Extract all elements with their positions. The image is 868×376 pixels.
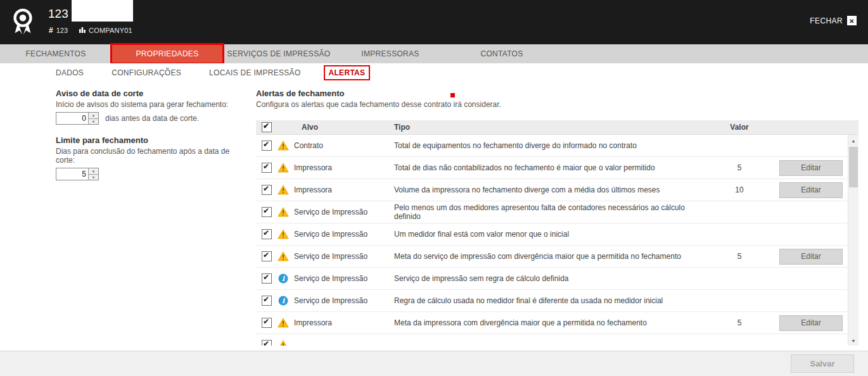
sub-tab[interactable]: DADOS [56,63,84,82]
row-checkbox[interactable] [262,318,272,328]
row-checkbox[interactable] [262,207,272,217]
limit-row [56,168,246,180]
spin-up-button[interactable] [89,113,98,119]
row-valor: 5 [705,163,774,172]
table-body: Contrato Total de equipamentos no fecham… [256,135,848,346]
scroll-up-button[interactable] [848,135,858,146]
main-tabs: FECHAMENTOS PROPRIEDADES SERVIÇOS DE IMP… [0,44,868,63]
row-tipo: Total de dias não contabilizados no fech… [392,163,705,172]
info-icon: i [278,296,289,306]
spin-up-button[interactable] [89,168,98,175]
column-header-alvo: Alvo [278,123,392,132]
main-tab[interactable]: FECHAMENTOS [0,44,112,63]
row-valor: 5 [705,318,774,327]
limit-days-input[interactable] [56,168,88,180]
table-row: Serviço de Impressão Meta do serviço de … [256,246,848,268]
warning-icon [278,340,289,346]
row-alvo: Serviço de Impressão [294,296,367,305]
edit-button[interactable]: Editar [779,249,843,265]
edit-button[interactable]: Editar [779,182,843,198]
row-checkbox[interactable] [262,185,272,195]
limit-title: Limite para fechamento [56,135,246,145]
table-row [256,334,848,346]
footer-bar: Salvar [0,351,868,376]
row-alvo: Serviço de Impressão [294,274,367,283]
row-checkbox[interactable] [262,229,272,239]
warning-icon [278,318,289,329]
row-tipo: Pelo menos um dos medidores apresentou f… [392,203,705,221]
row-tipo: Regra de cálculo usada no medidor final … [392,296,705,305]
row-checkbox[interactable] [262,141,272,151]
warning-icon [278,163,289,173]
row-checkbox[interactable] [262,296,272,306]
scroll-down-button[interactable] [848,335,858,346]
row-checkbox[interactable] [262,163,272,173]
edit-button[interactable]: Editar [779,160,843,176]
award-ribbon-icon [8,7,37,36]
cutoff-row: dias antes da data de corte. [56,112,246,125]
table-row: Serviço de Impressão Um medidor final es… [256,223,848,246]
sub-tab[interactable]: ALERTAS [329,63,366,82]
table-row: Impressora Total de dias não contabiliza… [256,157,848,179]
company-icon [79,27,86,34]
table-row: Serviço de Impressão Pelo menos um dos m… [256,201,848,223]
cutoff-days-input[interactable] [56,113,88,124]
row-alvo: Impressora [294,163,332,172]
contract-window: 123 # 123 COMPANY01 FECHAR [0,0,868,376]
sub-tab[interactable]: CONFIGURAÇÕES [112,63,181,82]
main-tab[interactable]: CONTATOS [446,44,558,63]
header-white-panel [72,0,133,22]
table-header: Alvo Tipo Valor [256,120,858,135]
contract-title: 123 [48,7,68,21]
scroll-thumb[interactable] [849,147,858,187]
warning-icon [278,251,289,262]
row-tipo: Serviço de impressão sem regra de cálcul… [392,274,705,283]
main-tab[interactable]: PROPRIEDADES [112,44,223,63]
spin-down-button[interactable] [89,119,98,125]
cutoff-days-stepper [56,112,99,125]
cutoff-description: Início de avisos do sistema para gerar f… [56,100,246,109]
edit-button[interactable]: Editar [779,315,843,331]
warning-icon [278,207,289,218]
main-tab[interactable]: SERVIÇOS DE IMPRESSÃO [223,44,335,63]
tab-label: SERVIÇOS DE IMPRESSÃO [227,49,331,58]
sub-tab[interactable]: LOCAIS DE IMPRESSÃO [209,63,300,82]
spin-down-button[interactable] [89,175,98,180]
row-alvo: Impressora [294,318,332,327]
select-all-checkbox[interactable] [262,122,272,132]
warning-icon [278,141,289,151]
warning-icon [278,229,289,240]
header-subline: # 123 COMPANY01 [49,26,132,35]
limit-days-stepper [56,168,99,180]
subtab-label: ALERTAS [329,68,366,77]
close-button[interactable]: FECHAR [810,16,857,25]
row-checkbox[interactable] [262,251,272,261]
row-checkbox[interactable] [262,340,272,346]
column-header-tipo: Tipo [392,123,705,132]
company-name: COMPANY01 [89,27,132,34]
row-alvo: Serviço de Impressão [294,252,367,261]
row-valor: 5 [705,252,774,261]
table-row: Impressora Meta da impressora com diverg… [256,312,848,334]
stepper-arrows [88,168,98,180]
main-tab[interactable]: IMPRESSORAS [335,44,446,63]
tab-label: CONTATOS [480,49,523,58]
close-label: FECHAR [810,16,843,25]
row-tipo: Um medidor final está com valor menor qu… [392,230,705,239]
cutoff-title: Aviso de data de corte [56,89,246,98]
alerts-description: Configura os alertas que cada fechamento… [256,100,858,109]
subtab-label: LOCAIS DE IMPRESSÃO [209,68,300,77]
tab-label: IMPRESSORAS [361,49,419,58]
row-tipo: Total de equipamentos no fechamento dive… [392,141,705,150]
cutoff-suffix: dias antes da data de corte. [105,114,199,123]
contract-id: 123 [56,27,68,34]
row-checkbox[interactable] [262,273,272,284]
settings-column: Aviso de data de corte Início de avisos … [56,89,246,191]
alerts-table: Alvo Tipo Valor Contrato Total de equipa… [256,120,858,346]
subtab-label: DADOS [56,68,84,77]
row-tipo: Volume da impressora no fechamento diver… [392,185,705,194]
save-button[interactable]: Salvar [791,354,854,373]
row-tipo: Meta da impressora com divergência maior… [392,318,705,327]
subtab-label: CONFIGURAÇÕES [112,68,181,77]
column-header-valor: Valor [705,123,774,132]
